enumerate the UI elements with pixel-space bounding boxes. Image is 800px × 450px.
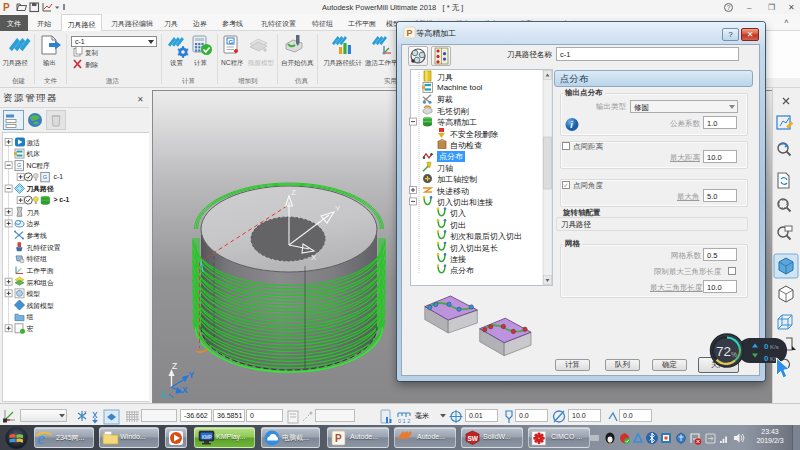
svg-text:0: 0: [764, 342, 769, 351]
svg-text:0 1 2: 0 1 2: [398, 418, 410, 424]
svg-text:SW: SW: [468, 435, 479, 442]
svg-text:P: P: [407, 28, 413, 38]
svg-text:x: x: [84, 409, 87, 415]
svg-text:72: 72: [716, 344, 731, 359]
svg-text:KMP: KMP: [202, 435, 212, 440]
svg-text:P: P: [335, 433, 342, 444]
svg-text:Y: Y: [189, 370, 195, 380]
svg-text:Z: Z: [291, 188, 296, 197]
svg-text:G: G: [17, 162, 21, 168]
svg-text:G: G: [229, 39, 234, 45]
svg-text:P: P: [3, 2, 10, 13]
svg-text:X: X: [311, 253, 317, 262]
svg-text:Y: Y: [335, 204, 341, 213]
svg-text:X: X: [182, 385, 188, 395]
svg-text:0: 0: [764, 354, 769, 363]
svg-text:Z: Z: [172, 361, 177, 371]
svg-text:G: G: [43, 174, 47, 180]
svg-text:K/s: K/s: [770, 344, 779, 350]
svg-text:%: %: [731, 351, 737, 358]
